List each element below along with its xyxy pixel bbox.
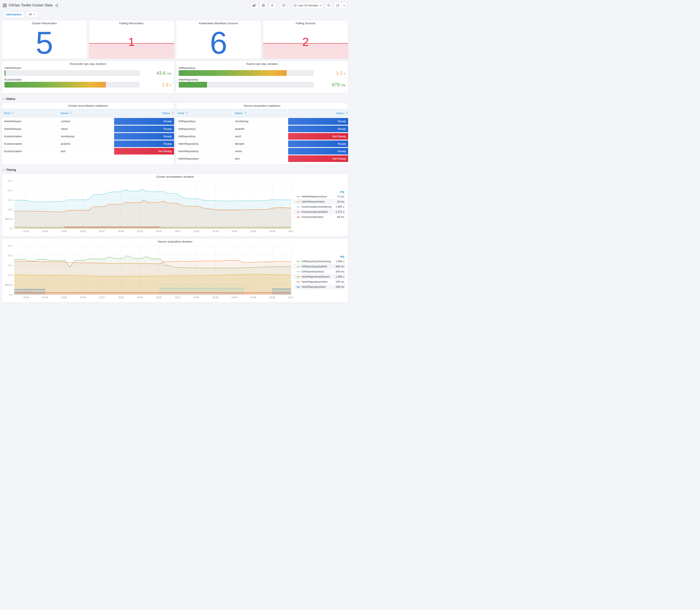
- legend-series-name: Kustomization/monitoring: [302, 205, 334, 208]
- legend-item[interactable]: HelmRelease/contour71 ms: [293, 194, 345, 199]
- y-tick-label: 500 ms: [5, 284, 13, 286]
- share-icon[interactable]: [55, 4, 58, 7]
- save-dashboard-button[interactable]: [260, 2, 267, 9]
- cell-kind: GitRepository: [176, 125, 233, 132]
- x-tick-label: 16:03: [212, 296, 218, 299]
- legend-item[interactable]: Kustomization/podinfo1.071 s: [293, 209, 345, 214]
- legend-series-avg: 16 ms: [337, 200, 344, 203]
- cell-name: test: [233, 155, 288, 162]
- zoom-out-time-button[interactable]: [325, 2, 332, 9]
- x-tick-label: 16:02: [194, 296, 199, 299]
- refresh-interval-dropdown[interactable]: [341, 2, 347, 9]
- status-badge: Not Ready: [114, 148, 174, 155]
- legend-avg-header[interactable]: avg: [293, 255, 345, 259]
- legend-series-swatch: [297, 207, 300, 207]
- timeseries-plot[interactable]: 0 s500 ms1.0 s1.5 s2.0 s2.5 s15:5315:541…: [3, 179, 293, 234]
- cycle-view-mode-button[interactable]: [280, 2, 288, 9]
- legend-item[interactable]: HelmRelease/minio16 ms: [293, 199, 345, 204]
- panel-title: Failing Sources: [263, 20, 348, 25]
- x-tick-label: 15:57: [99, 296, 105, 299]
- cell-status: Ready: [288, 125, 348, 132]
- table-row: HelmRepositorybitnamiReady: [176, 140, 348, 147]
- time-range-picker[interactable]: Last 15 minutes: [292, 2, 323, 9]
- panel-cluster-reconcilers: Cluster Reconcilers 5: [2, 20, 87, 59]
- cell-kind: GitRepository: [176, 133, 233, 140]
- cell-name: podinfo: [233, 125, 288, 132]
- status-badge: Ready: [114, 133, 174, 140]
- chevron-down-icon: [2, 169, 5, 171]
- column-header-status[interactable]: Status: [288, 109, 348, 117]
- legend-series-swatch: [297, 261, 300, 262]
- filter-funnel-icon[interactable]: [172, 112, 174, 114]
- status-badge: Ready: [288, 148, 348, 155]
- namespace-variable-value[interactable]: All: [26, 11, 38, 17]
- bar-gauge-label: HelmRelease: [4, 66, 172, 69]
- add-panel-button[interactable]: [250, 2, 258, 9]
- row-header-timing[interactable]: Timing: [2, 166, 348, 174]
- legend-series-avg: 980 ms: [336, 265, 344, 268]
- x-tick-label: 15:58: [118, 296, 124, 299]
- cell-kind: HelmRelease: [2, 125, 59, 132]
- bar-gauge-row: HelmRepository879 ms: [179, 78, 346, 87]
- cell-status: Ready: [114, 125, 174, 132]
- legend-series-avg: 84 ms: [337, 215, 344, 219]
- legend-item[interactable]: GitRepository/test2338 ms: [293, 269, 345, 274]
- x-tick-label: 15:56: [80, 230, 86, 232]
- legend-item[interactable]: GitRepository/podinfo980 ms: [293, 264, 345, 269]
- x-tick-label: 16:03: [212, 230, 218, 232]
- legend-item[interactable]: HelmRepository/minio108 ms: [293, 279, 345, 284]
- bar-gauge-row: GitRepository1.2 s: [179, 66, 346, 76]
- timeseries-plot[interactable]: 0 s500 ms1.0 s1.5 s2.0 s2.5 s15:5315:541…: [3, 244, 293, 300]
- y-tick-label: 2.5 s: [7, 180, 13, 182]
- column-header-kind[interactable]: Kind: [176, 109, 233, 117]
- column-header-name[interactable]: Name: [59, 109, 114, 117]
- refresh-button[interactable]: [334, 2, 341, 9]
- stat-value: 5: [2, 24, 87, 59]
- dashboards-grid-icon[interactable]: [3, 4, 6, 7]
- x-tick-label: 15:57: [99, 230, 105, 232]
- time-range-label: Last 15 minutes: [298, 4, 318, 7]
- legend-series-name: Kustomization/test: [302, 215, 335, 219]
- table-body: GitRepositorymonitoringReadyGitRepositor…: [176, 117, 348, 162]
- bar-gauge-value: 879 ms: [314, 82, 345, 87]
- bar-gauge-label: Kustomization: [4, 78, 172, 81]
- legend-item[interactable]: HelmRepository/test289 ms: [293, 284, 345, 289]
- legend-item[interactable]: HelmRepository/bitnami1.695 s: [293, 274, 345, 279]
- row-header-status[interactable]: Status: [2, 95, 348, 102]
- dashboard-settings-button[interactable]: [268, 2, 276, 9]
- column-header-kind[interactable]: Kind: [2, 109, 59, 117]
- panel-title: Source acquisition duration: [3, 239, 347, 244]
- chevron-down-icon: [320, 5, 322, 6]
- legend-item[interactable]: Kustomization/test84 ms: [293, 214, 345, 220]
- legend-series-name: Kustomization/podinfo: [302, 210, 334, 213]
- bar-gauge-fill: [4, 82, 106, 87]
- x-tick-label: 15:56: [80, 296, 86, 299]
- x-tick-label: 15:53: [23, 230, 29, 232]
- bar-gauge-fill: [179, 70, 287, 76]
- filter-funnel-icon[interactable]: [11, 112, 14, 114]
- cell-name: minio: [233, 147, 288, 155]
- legend-series-swatch: [297, 202, 300, 202]
- template-variables-row: namespace All: [0, 9, 350, 20]
- legend-series-swatch: [297, 212, 300, 212]
- legend-item[interactable]: Kustomization/monitoring1.605 s: [293, 204, 345, 209]
- column-header-name[interactable]: Name: [233, 109, 288, 117]
- filter-funnel-icon[interactable]: [185, 112, 188, 114]
- chevron-down-icon: [34, 14, 35, 15]
- cell-status: Ready: [114, 133, 174, 140]
- y-tick-label: 1.5 s: [7, 264, 13, 267]
- cell-name: contour: [59, 117, 114, 125]
- filter-funnel-icon[interactable]: [70, 112, 72, 114]
- filter-funnel-icon[interactable]: [244, 112, 246, 114]
- y-tick-label: 0 s: [9, 293, 13, 296]
- table-row: HelmRepositoryminioReady: [176, 147, 348, 155]
- column-header-status[interactable]: Status: [114, 109, 174, 117]
- legend-item[interactable]: GitRepository/monitoring1.594 s: [293, 259, 345, 264]
- legend-series-name: HelmRepository/minio: [302, 280, 334, 283]
- status-badge: Ready: [114, 118, 174, 125]
- x-tick-label: 16:05: [250, 296, 256, 299]
- legend-avg-header[interactable]: avg: [293, 190, 345, 194]
- panel-failing-reconcilers: Failing Reconcilers 1: [89, 20, 174, 59]
- filter-funnel-icon[interactable]: [345, 112, 348, 114]
- cell-status: Not Ready: [114, 147, 174, 155]
